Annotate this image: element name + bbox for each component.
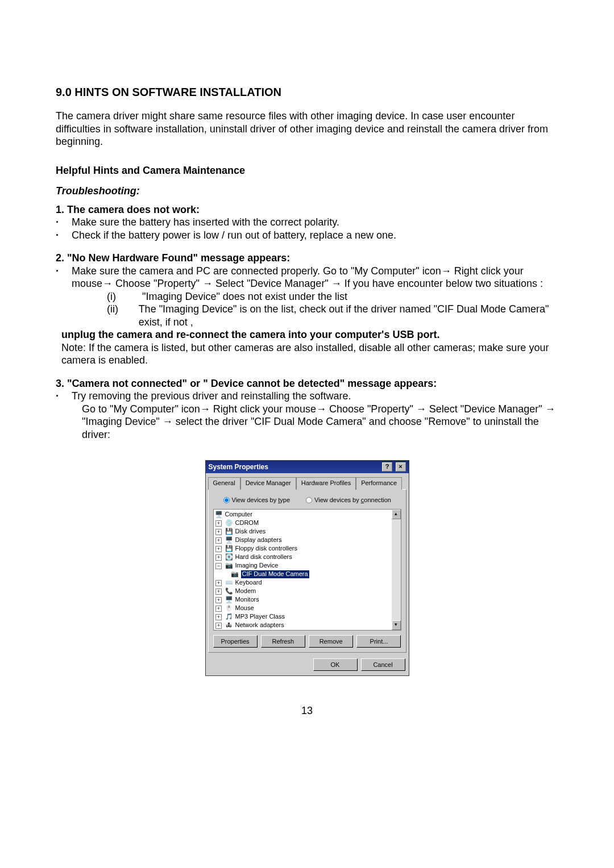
tree-hdd[interactable]: Hard disk controllers [235, 553, 292, 561]
tabs-bar: General Device Manager Hardware Profiles… [206, 473, 409, 489]
s3-bullet-1-text: Try removing the previous driver and rei… [72, 390, 558, 403]
arrow-icon [331, 278, 342, 289]
help-button[interactable]: ? [382, 462, 392, 471]
s3-frag-b: Right click your mouse [210, 403, 316, 415]
tree-network[interactable]: Network adapters [235, 621, 284, 629]
expand-icon[interactable]: + [215, 520, 222, 527]
roman-index-i: (i) [107, 290, 142, 303]
s2-frag-a: Make sure the camera and PC are connecte… [72, 265, 441, 277]
subsection-title: Helpful Hints and Camera Maintenance [56, 164, 558, 177]
radio-view-by-type[interactable]: View devices by type [223, 496, 291, 504]
arrow-icon [416, 403, 426, 415]
view-conn-pre: View devices by [314, 496, 361, 503]
tree-imaging[interactable]: Imaging Device [235, 562, 279, 570]
tab-general[interactable]: General [208, 477, 240, 490]
view-type-rest: ype [280, 496, 290, 503]
expand-icon[interactable]: + [215, 614, 222, 620]
arrow-icon [202, 278, 213, 289]
s2-roman-i: (i) "Imaging Device" does not exist unde… [107, 290, 558, 303]
tab-device-manager[interactable]: Device Manager [240, 477, 296, 490]
tree-mp3[interactable]: MP3 Player Class [235, 613, 285, 621]
ok-button[interactable]: OK [313, 658, 358, 671]
expand-icon[interactable]: + [215, 606, 222, 612]
tree-scrollbar[interactable]: ▴ ▾ [392, 510, 401, 630]
section-title: 9.0 HINTS ON SOFTWARE INSTALLATION [56, 85, 558, 99]
bullet-dot-icon: · [56, 390, 72, 403]
bullet-dot-icon: · [56, 229, 72, 242]
s3-frag-e: "Imaging Device" [82, 416, 163, 427]
roman-index-ii: (ii) [107, 303, 139, 328]
tab-performance[interactable]: Performance [356, 477, 402, 490]
arrow-icon [163, 416, 173, 427]
s2-roman-ii-text: The "Imaging Device" is on the list, che… [139, 303, 558, 328]
s3-steps-line: Go to "My Computer" icon Right click you… [82, 403, 558, 441]
scroll-up-icon[interactable]: ▴ [392, 510, 401, 519]
expand-icon[interactable]: + [215, 580, 222, 586]
tree-mouse[interactable]: Mouse [235, 604, 254, 612]
s2-roman-i-text: "Imaging Device" does not exist under th… [142, 290, 347, 303]
scroll-down-icon[interactable]: ▾ [392, 620, 401, 630]
expand-icon[interactable]: + [215, 546, 222, 552]
arrow-icon [441, 265, 451, 277]
s1-bullet-1: · Make sure the battery has inserted wit… [56, 216, 558, 229]
device-tree[interactable]: 🖥️Computer +💿CDROM +💾Disk drives +🖥️Disp… [213, 509, 401, 631]
radio-view-by-connection[interactable]: View devices by connection [306, 496, 391, 504]
tree-display[interactable]: Display adapters [235, 536, 282, 544]
radio-view-by-type-input[interactable] [223, 497, 230, 503]
s3-heading: 3. "Camera not connected" or " Device ca… [56, 377, 558, 390]
s3-frag-c: Choose "Property" [326, 403, 416, 415]
tree-cdrom[interactable]: CDROM [235, 519, 259, 527]
arrow-icon [102, 278, 113, 289]
tree-modem[interactable]: Modem [235, 587, 256, 595]
view-conn-rest: onnection [364, 496, 391, 503]
expand-icon[interactable]: + [215, 589, 222, 595]
intro-paragraph: The camera driver might share same resou… [56, 110, 558, 148]
tab-hardware-profiles[interactable]: Hardware Profiles [296, 477, 356, 490]
close-button[interactable]: × [396, 462, 406, 471]
expand-icon[interactable]: + [215, 554, 222, 561]
arrow-icon [545, 403, 555, 415]
bullet-dot-icon: · [56, 265, 72, 290]
expand-icon[interactable]: + [215, 529, 222, 535]
s1-bullet-2: · Check if the battery power is low / ru… [56, 229, 558, 242]
refresh-button[interactable]: Refresh [261, 635, 305, 648]
tree-floppy[interactable]: Floppy disk controllers [235, 545, 297, 553]
collapse-icon[interactable]: − [215, 563, 222, 569]
s2-note-line: Note: If the camera is listed, but other… [61, 341, 558, 367]
s2-frag-e: If you have encounter below two situatio… [342, 278, 543, 289]
cancel-button[interactable]: Cancel [361, 658, 405, 671]
s2-roman-ii: (ii) The "Imaging Device" is on the list… [107, 303, 558, 328]
tree-disk[interactable]: Disk drives [235, 528, 266, 536]
s3-bullet-1: · Try removing the previous driver and r… [56, 390, 558, 403]
s2-bullet-1: · Make sure the camera and PC are connec… [56, 265, 558, 290]
expand-icon[interactable]: + [215, 537, 222, 544]
radio-view-by-connection-input[interactable] [306, 497, 312, 503]
expand-icon[interactable]: + [215, 623, 222, 629]
tree-cif-camera[interactable]: CIF Dual Mode Camera [241, 570, 309, 578]
s1-bullet-1-text: Make sure the battery has inserted with … [72, 216, 558, 229]
s1-bullet-2-text: Check if the battery power is low / run … [72, 229, 558, 242]
arrow-icon [316, 403, 326, 415]
s2-bullet-1-text: Make sure the camera and PC are connecte… [72, 265, 558, 290]
s3-frag-a: Go to "My Computer" icon [82, 403, 200, 415]
view-type-pre: View devices by [232, 496, 279, 503]
system-properties-dialog: System Properties ? × General Device Man… [205, 460, 409, 676]
properties-button[interactable]: Properties [213, 635, 258, 648]
s2-frag-d: Select "Device Manager" [213, 278, 331, 289]
tree-monitors[interactable]: Monitors [235, 596, 259, 604]
s2-unplug-line: unplug the camera and re-connect the cam… [61, 329, 439, 340]
tree-keyboard[interactable]: Keyboard [235, 579, 262, 587]
print-button[interactable]: Print... [356, 635, 401, 648]
arrow-icon [200, 403, 210, 415]
dialog-title-bar: System Properties ? × [206, 461, 409, 473]
troubleshooting-heading: Troubleshooting: [56, 185, 558, 198]
bullet-dot-icon: · [56, 216, 72, 229]
expand-icon[interactable]: + [215, 597, 222, 603]
dialog-title-text: System Properties [209, 463, 268, 471]
remove-button[interactable]: Remove [309, 635, 353, 648]
tree-computer[interactable]: Computer [225, 511, 252, 519]
s2-heading: 2. "No New Hardware Found" message appea… [56, 252, 558, 265]
s2-frag-c: Choose "Property" [113, 278, 202, 289]
s1-heading: 1. The camera does not work: [56, 203, 558, 216]
page-number: 13 [56, 704, 558, 717]
